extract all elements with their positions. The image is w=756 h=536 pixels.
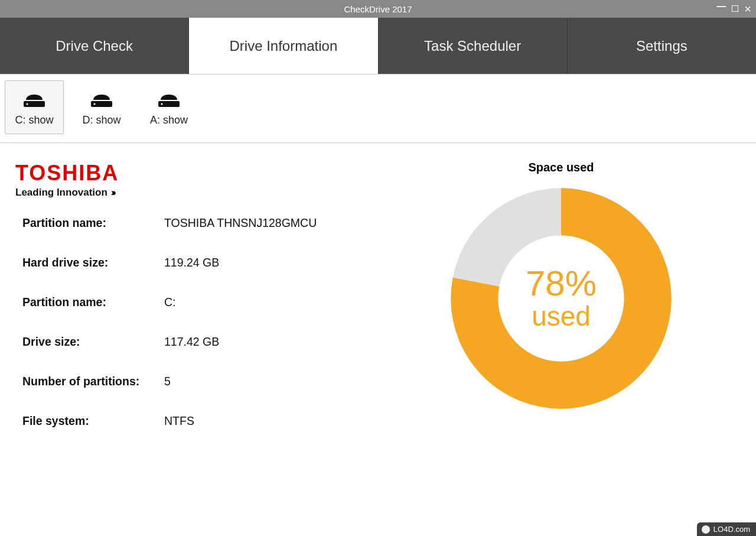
properties-list: Partition name: TOSHIBA THNSNJ128GMCU Ha… <box>15 216 382 428</box>
prop-label: File system: <box>22 414 164 428</box>
title-bar: CheckDrive 2017 — × <box>0 0 756 18</box>
chart-panel: Space used 78% used <box>382 161 741 454</box>
drive-toolbar: C: show D: show A: show <box>0 74 756 143</box>
watermark-badge: LO4D.com <box>697 522 756 536</box>
prop-drive-size: Drive size: 117.42 GB <box>22 335 382 349</box>
close-button[interactable]: × <box>744 3 751 15</box>
hdd-icon <box>90 87 113 108</box>
drive-d-button[interactable]: D: show <box>72 80 131 134</box>
brand-tagline: Leading Innovation ››› <box>15 187 382 199</box>
chart-title: Space used <box>528 161 594 174</box>
brand-tagline-text: Leading Innovation <box>15 187 107 199</box>
hdd-icon <box>22 87 46 108</box>
tab-drive-check[interactable]: Drive Check <box>0 18 189 74</box>
watermark-text: LO4D.com <box>713 525 750 534</box>
tab-task-scheduler[interactable]: Task Scheduler <box>379 18 568 74</box>
drive-a-label: A: show <box>150 114 188 126</box>
hdd-icon <box>157 87 181 108</box>
prop-value: 117.42 GB <box>164 335 219 349</box>
prop-value: C: <box>164 295 176 309</box>
tab-drive-information[interactable]: Drive Information <box>189 18 378 74</box>
prop-label: Number of partitions: <box>22 375 164 388</box>
prop-value: NTFS <box>164 414 194 428</box>
tab-settings[interactable]: Settings <box>568 18 756 74</box>
window-title: CheckDrive 2017 <box>344 4 412 14</box>
space-used-donut: 78% used <box>443 180 679 417</box>
donut-center-label: 78% used <box>443 180 679 417</box>
prop-label: Drive size: <box>22 335 164 349</box>
drive-a-button[interactable]: A: show <box>139 80 198 134</box>
main-tabs: Drive Check Drive Information Task Sched… <box>0 18 756 74</box>
maximize-button[interactable] <box>732 4 738 14</box>
donut-percent: 78% <box>526 266 597 301</box>
donut-used-text: used <box>532 301 591 332</box>
prop-partition-name: Partition name: TOSHIBA THNSNJ128GMCU <box>22 216 382 230</box>
prop-label: Hard drive size: <box>22 256 164 269</box>
prop-label: Partition name: <box>22 216 164 230</box>
drive-c-label: C: show <box>15 114 53 126</box>
prop-hdd-size: Hard drive size: 119.24 GB <box>22 256 382 269</box>
minimize-button[interactable]: — <box>716 2 726 11</box>
prop-label: Partition name: <box>22 295 164 309</box>
watermark-icon <box>702 525 710 534</box>
prop-file-system: File system: NTFS <box>22 414 382 428</box>
content-area: TOSHIBA Leading Innovation ››› Partition… <box>0 143 756 454</box>
svg-point-3 <box>93 103 95 105</box>
window-controls: — × <box>716 0 751 18</box>
prop-num-partitions: Number of partitions: 5 <box>22 375 382 388</box>
svg-point-1 <box>26 103 28 105</box>
chevron-right-icon: ››› <box>111 187 114 199</box>
drive-c-button[interactable]: C: show <box>5 80 64 134</box>
prop-value: TOSHIBA THNSNJ128GMCU <box>164 216 317 230</box>
brand-name: TOSHIBA <box>15 161 382 186</box>
prop-value: 5 <box>164 375 171 388</box>
drive-d-label: D: show <box>82 114 120 126</box>
prop-partition-letter: Partition name: C: <box>22 295 382 309</box>
info-panel: TOSHIBA Leading Innovation ››› Partition… <box>15 161 382 454</box>
prop-value: 119.24 GB <box>164 256 219 269</box>
svg-point-5 <box>161 103 162 105</box>
